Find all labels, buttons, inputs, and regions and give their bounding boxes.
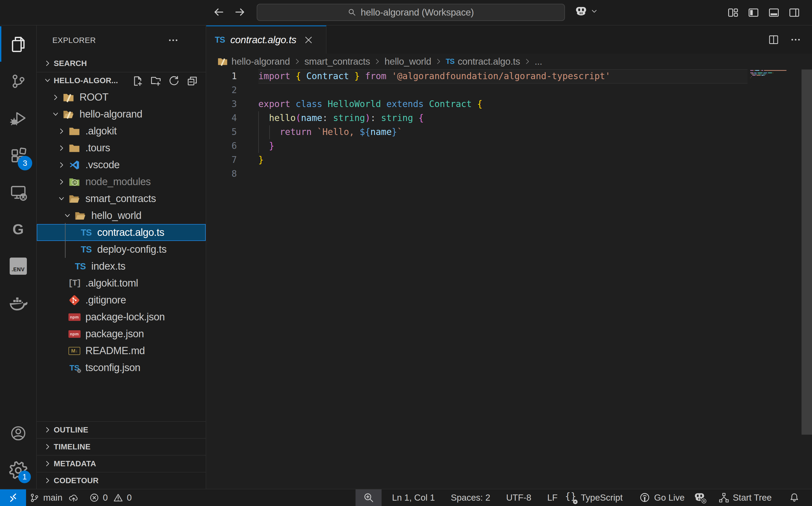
new-folder-button[interactable] — [150, 75, 162, 87]
status-item-label: Start Tree — [733, 493, 772, 503]
editor-more-actions-button[interactable] — [790, 34, 801, 45]
chevron-right-icon — [44, 477, 52, 485]
titlebar-actions — [727, 6, 800, 19]
scrollbar-slider[interactable] — [802, 70, 812, 435]
breadcrumb-item-...[interactable]: ... — [535, 56, 542, 67]
remote-icon — [7, 492, 19, 504]
sidebar-section-timeline[interactable]: TIMELINE — [37, 438, 206, 455]
copilot-button[interactable] — [575, 5, 598, 17]
nav-forward-button[interactable] — [234, 6, 247, 19]
chevron-down-icon — [44, 76, 52, 85]
minimap[interactable] — [748, 69, 801, 489]
status-item-branch[interactable]: main — [29, 489, 63, 506]
run-debug-icon — [9, 109, 27, 127]
split-editor-button[interactable] — [768, 34, 779, 45]
sidebar-section-codetour[interactable]: CODETOUR — [37, 472, 206, 489]
breadcrumb-item-contract.algo.ts[interactable]: TScontract.algo.ts — [446, 56, 520, 67]
tab-close-icon[interactable] — [303, 35, 314, 45]
status-item-label: main — [43, 493, 63, 503]
tree-item-package-lock.json[interactable]: npmpackage-lock.json — [37, 309, 206, 325]
status-item-publish[interactable] — [68, 489, 79, 506]
tree-item-tsconfig.json[interactable]: TStsconfig.json — [37, 359, 206, 376]
sidebar-section-folders[interactable]: HELLO-ALGOR... — [37, 72, 206, 89]
tree-item-index.ts[interactable]: TSindex.ts — [37, 258, 206, 275]
remote-indicator[interactable] — [0, 489, 26, 506]
tree-item-deploy-config.ts[interactable]: TSdeploy-config.ts — [37, 241, 206, 258]
status-item-encoding[interactable]: UTF-8 — [503, 489, 531, 506]
activitybar-item-settings[interactable]: 1 — [0, 452, 36, 489]
customize-layout-button[interactable] — [727, 6, 739, 19]
new-file-button[interactable] — [132, 75, 143, 87]
chevron-right-icon — [58, 178, 66, 186]
status-item-language-status[interactable]: {}TypeScript — [565, 489, 623, 506]
tree-item-.tours[interactable]: .tours — [37, 140, 206, 156]
vscode-icon — [68, 159, 81, 171]
zoom-in-icon — [363, 492, 374, 503]
explorer-more-actions-icon[interactable] — [167, 34, 179, 46]
activitybar-item-explorer[interactable] — [0, 25, 36, 63]
minimap-line — [750, 70, 753, 71]
editor-scrollbar[interactable] — [801, 69, 812, 489]
folder-icon — [68, 125, 81, 137]
section-label: CODETOUR — [54, 476, 98, 485]
tree-item-ROOT[interactable]: ROOT — [37, 89, 206, 106]
collapse-all-button[interactable] — [187, 75, 198, 87]
toggle-secondary-sidebar-button[interactable] — [788, 6, 800, 19]
activitybar-item-gitlens[interactable]: G — [0, 210, 36, 248]
activitybar-item-remote-explorer[interactable] — [0, 174, 36, 210]
minimap-line — [751, 76, 752, 77]
source-control-sm-icon — [29, 492, 40, 503]
activity-bar: 3G.ENV 1 — [0, 25, 37, 489]
chevron-right-icon — [523, 58, 531, 66]
status-item-codetour-start[interactable]: Start Tree — [719, 489, 772, 506]
tree-item-.vscode[interactable]: .vscode — [37, 156, 206, 173]
activitybar-item-accounts[interactable] — [0, 415, 36, 452]
title-bar: hello-algorand (Workspace) — [0, 0, 812, 25]
sidebar-section-metadata[interactable]: METADATA — [37, 455, 206, 472]
sidebar-section-outline[interactable]: OUTLINE — [37, 421, 206, 438]
minimap-line — [751, 74, 754, 75]
status-item-eol[interactable]: LF — [544, 489, 558, 506]
breadcrumb-item-hello_world[interactable]: hello_world — [384, 56, 431, 67]
status-item-copilot-status[interactable] — [693, 489, 708, 506]
activitybar-item-run-debug[interactable] — [0, 99, 36, 137]
tree-item-.algokit[interactable]: .algokit — [37, 122, 206, 140]
tree-item-label: README.md — [85, 345, 145, 356]
toggle-primary-sidebar-button[interactable] — [748, 6, 759, 19]
indent-guide — [269, 125, 270, 139]
tree-item-.algokit.toml[interactable]: [T].algokit.toml — [37, 275, 206, 291]
tree-item-node_modules[interactable]: JSnode_modules — [37, 173, 206, 190]
command-center[interactable]: hello-algorand (Workspace) — [257, 4, 565, 21]
refresh-button[interactable] — [168, 75, 180, 87]
nav-back-button[interactable] — [213, 6, 226, 19]
status-item-screencast-zoom[interactable] — [356, 489, 382, 506]
activitybar-item-extensions[interactable]: 3 — [0, 137, 36, 174]
code-editor[interactable]: 1import { Contract } from '@algorandfoun… — [206, 69, 812, 489]
tree-item-contract.algo.ts[interactable]: TScontract.algo.ts — [37, 224, 206, 241]
activitybar-item-source-control[interactable] — [0, 63, 36, 99]
status-item-cursor-position[interactable]: Ln 1, Col 1 — [388, 489, 435, 506]
tree-item-package.json[interactable]: npmpackage.json — [37, 325, 206, 342]
tab-contract-algo-ts[interactable]: TS contract.algo.ts — [206, 25, 326, 54]
line-number: 3 — [206, 97, 237, 111]
code-line-6: 6 } — [206, 139, 812, 153]
breadcrumb-item-smart_contracts[interactable]: smart_contracts — [304, 56, 370, 67]
tree-item-README.md[interactable]: M↓README.md — [37, 342, 206, 359]
code-line-1: 1import { Contract } from '@algorandfoun… — [206, 69, 812, 83]
breadcrumb-item-hello-algorand[interactable]: hello-algorand — [217, 56, 290, 67]
sidebar-section-search[interactable]: SEARCH — [37, 55, 206, 72]
toggle-panel-button[interactable] — [768, 6, 780, 19]
status-item-indentation[interactable]: Spaces: 2 — [447, 489, 490, 506]
tree-item-.gitignore[interactable]: .gitignore — [37, 291, 206, 309]
twisty-spacer — [69, 229, 77, 237]
tree-item-hello-algorand[interactable]: hello-algorand — [37, 106, 206, 122]
status-item-go-live[interactable]: Go Live — [639, 489, 685, 506]
activitybar-item-dotenv[interactable]: .ENV — [0, 248, 36, 285]
status-item-problems[interactable]: 00 — [89, 489, 132, 506]
new-folder-icon — [150, 75, 162, 87]
collapse-all-icon — [187, 75, 198, 87]
tree-item-hello_world[interactable]: hello_world — [37, 207, 206, 224]
tree-item-smart_contracts[interactable]: smart_contracts — [37, 190, 206, 207]
status-item-notifications[interactable] — [789, 489, 800, 506]
activitybar-item-docker[interactable] — [0, 285, 36, 322]
